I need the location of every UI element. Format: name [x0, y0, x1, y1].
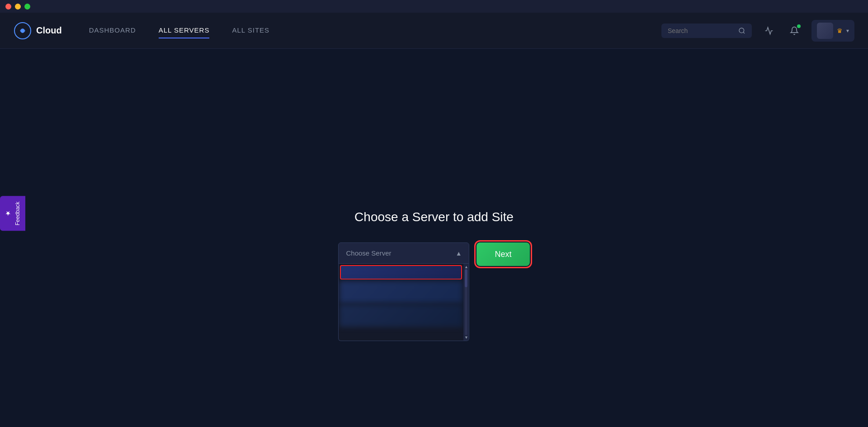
navbar-right: ♛ ▾: [661, 20, 854, 42]
svg-point-2: [739, 28, 744, 33]
scrollbar-track: [465, 269, 467, 335]
page-title: Choose a Server to add Site: [354, 210, 514, 224]
dropdown-scrollbar[interactable]: ▲ ▼: [463, 264, 469, 341]
search-input[interactable]: [668, 27, 734, 34]
bell-icon: [790, 26, 799, 35]
minimize-button[interactable]: [15, 4, 21, 9]
dropdown-arrow-icon: ▲: [456, 250, 462, 257]
dropdown-item-0[interactable]: [340, 281, 462, 304]
avatar-image: [817, 23, 833, 39]
logo[interactable]: Cloud: [14, 22, 62, 40]
navbar: Cloud DASHBOARD ALL SERVERS ALL SITES ♛ …: [0, 13, 868, 49]
svg-point-1: [21, 29, 24, 33]
dropdown-scroll-area: ▲ ▼: [339, 264, 469, 341]
titlebar: [0, 0, 868, 13]
next-button[interactable]: Next: [476, 242, 529, 266]
feedback-star-icon: ★: [5, 210, 12, 217]
nav-dashboard[interactable]: DASHBOARD: [89, 23, 136, 38]
server-select-container: Choose Server ▲: [338, 242, 529, 266]
scrollbar-up-button[interactable]: ▲: [463, 265, 469, 269]
search-box[interactable]: [661, 24, 752, 38]
nav-links: DASHBOARD ALL SERVERS ALL SITES: [89, 23, 661, 38]
main-content: Choose a Server to add Site Choose Serve…: [0, 49, 868, 427]
close-button[interactable]: [5, 4, 11, 9]
feedback-label: Feedback: [14, 202, 21, 226]
dropdown-item-1[interactable]: [340, 304, 462, 327]
maximize-button[interactable]: [24, 4, 30, 9]
bell-icon-button[interactable]: [786, 23, 802, 39]
dropdown-placeholder: Choose Server: [346, 249, 391, 257]
nav-all-servers[interactable]: ALL SERVERS: [159, 23, 210, 38]
nav-all-sites[interactable]: ALL SITES: [232, 23, 269, 38]
dropdown-trigger[interactable]: Choose Server ▲: [338, 242, 469, 264]
dropdown-item-selected[interactable]: [340, 265, 462, 280]
crown-icon: ♛: [837, 27, 843, 34]
feedback-tab-wrapper: ★ Feedback: [0, 196, 25, 231]
dropdown-wrapper: Choose Server ▲: [338, 242, 469, 264]
scrollbar-thumb: [465, 269, 467, 287]
activity-icon-button[interactable]: [761, 23, 777, 39]
activity-icon: [764, 26, 774, 35]
feedback-button[interactable]: ★ Feedback: [0, 196, 25, 231]
logo-text: Cloud: [36, 25, 62, 36]
dropdown-items: [339, 264, 463, 341]
user-avatar[interactable]: ♛ ▾: [811, 20, 854, 42]
scrollbar-down-button[interactable]: ▼: [463, 335, 469, 340]
search-icon: [738, 27, 745, 34]
logo-icon: [14, 22, 32, 40]
chevron-down-icon: ▾: [846, 28, 849, 34]
dropdown-list: ▲ ▼: [338, 264, 469, 341]
